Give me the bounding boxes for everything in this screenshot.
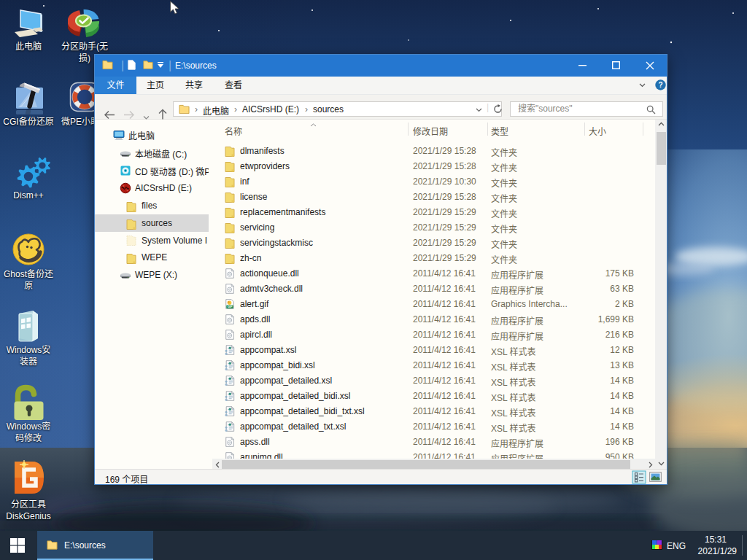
svg-text:GIF: GIF	[228, 305, 233, 308]
svg-text:?: ?	[658, 81, 662, 89]
